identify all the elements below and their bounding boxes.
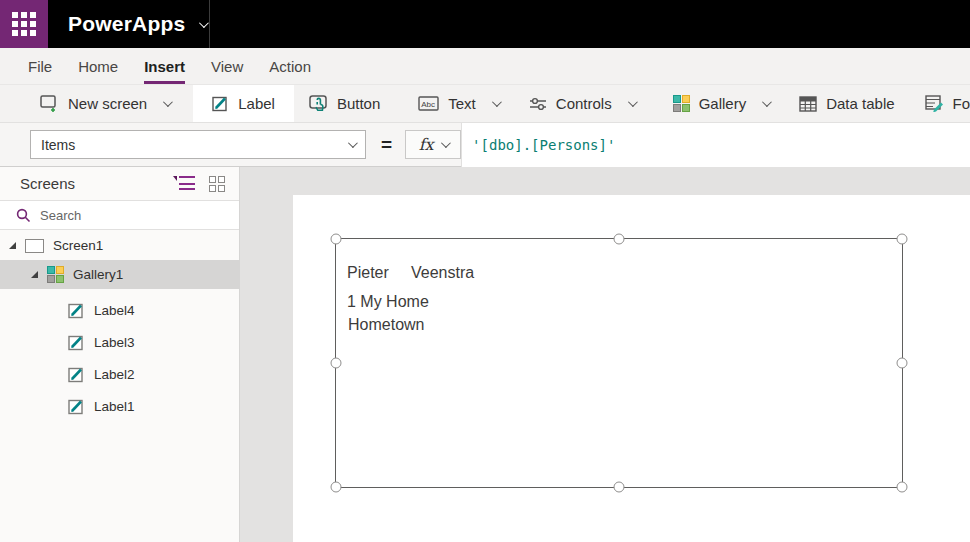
- gallery-label-last-name[interactable]: Veenstra: [411, 264, 474, 282]
- tree-item-label: Label2: [94, 367, 135, 382]
- label-icon: [68, 334, 85, 351]
- forms-icon: [925, 95, 944, 112]
- new-screen-label: New screen: [68, 95, 147, 112]
- resize-handle-top-left[interactable]: [331, 234, 342, 245]
- label-icon: [68, 302, 85, 319]
- tree-item-label1[interactable]: Label1: [0, 390, 239, 422]
- tree-item-screen1[interactable]: Screen1: [0, 231, 239, 260]
- waffle-icon: [12, 12, 36, 36]
- forms-dropdown-button[interactable]: Forms: [910, 85, 970, 122]
- topbar-divider: [209, 0, 210, 48]
- label-button[interactable]: Label: [193, 85, 294, 122]
- resize-handle-middle-right[interactable]: [897, 358, 908, 369]
- screens-tree: Screen1 Gallery1 Label4 Label3: [0, 231, 239, 422]
- property-selector-combo[interactable]: Items: [30, 130, 366, 159]
- text-dropdown-button[interactable]: Abc Text: [403, 85, 514, 122]
- label-icon: [68, 366, 85, 383]
- text-chevron-down-icon: [492, 97, 502, 107]
- menu-item-insert[interactable]: Insert: [144, 48, 185, 84]
- button-button[interactable]: Button: [294, 85, 395, 122]
- resize-handle-top-middle[interactable]: [614, 234, 625, 245]
- gallery-dropdown-label: Gallery: [699, 95, 747, 112]
- workspace: Screens Screen1 Gallery: [0, 167, 970, 542]
- data-table-label: Data table: [826, 95, 894, 112]
- screens-panel-title: Screens: [20, 175, 75, 192]
- tree-item-label4[interactable]: Label4: [0, 294, 239, 326]
- label-button-label: Label: [238, 95, 275, 112]
- expander-collapse-icon[interactable]: [9, 242, 16, 249]
- gallery-label-city[interactable]: Hometown: [348, 316, 424, 334]
- search-box[interactable]: [0, 200, 239, 230]
- property-combo-chevron-down-icon: [348, 138, 358, 148]
- tree-item-label: Screen1: [53, 238, 103, 253]
- new-screen-button[interactable]: New screen: [25, 85, 185, 122]
- tree-item-label: Gallery1: [73, 267, 123, 282]
- controls-dropdown-button[interactable]: Controls: [514, 85, 650, 122]
- gallery1-selection[interactable]: Pieter Veenstra 1 My Home Hometown: [335, 238, 903, 488]
- controls-icon: [529, 96, 547, 112]
- resize-handle-bottom-left[interactable]: [331, 482, 342, 493]
- tree-item-label3[interactable]: Label3: [0, 326, 239, 358]
- controls-dropdown-label: Controls: [556, 95, 612, 112]
- menu-item-view[interactable]: View: [211, 48, 243, 84]
- search-input[interactable]: [40, 208, 210, 223]
- text-dropdown-label: Text: [448, 95, 476, 112]
- data-table-button[interactable]: Data table: [784, 85, 909, 122]
- resize-handle-middle-left[interactable]: [331, 358, 342, 369]
- insert-ribbon-toolbar: New screen Label Button Abc Text Control…: [0, 85, 970, 123]
- label-icon: [212, 95, 229, 112]
- search-icon: [16, 208, 31, 223]
- abc-text-icon: Abc: [418, 96, 439, 111]
- gallery-icon: [673, 95, 690, 112]
- tree-item-label: Label4: [94, 303, 135, 318]
- tree-item-label: Label3: [94, 335, 135, 350]
- resize-handle-bottom-right[interactable]: [897, 482, 908, 493]
- button-button-label: Button: [337, 95, 380, 112]
- button-icon: [309, 95, 328, 112]
- controls-chevron-down-icon: [628, 97, 638, 107]
- resize-handle-top-right[interactable]: [897, 234, 908, 245]
- waffle-menu-button[interactable]: [0, 0, 48, 48]
- tree-view-icon[interactable]: [175, 176, 195, 192]
- powerapps-studio-window: PowerApps File Home Insert View Action N…: [0, 0, 970, 542]
- new-screen-icon: [40, 95, 59, 112]
- menu-bar: File Home Insert View Action: [0, 48, 970, 85]
- gallery-label-address[interactable]: 1 My Home: [347, 293, 429, 311]
- screen-icon: [25, 239, 44, 253]
- new-screen-chevron-down-icon: [163, 97, 173, 107]
- fx-dropdown-button[interactable]: fx: [405, 130, 461, 159]
- screens-panel-header: Screens: [0, 167, 239, 200]
- top-app-bar: PowerApps: [0, 0, 970, 48]
- menu-item-file[interactable]: File: [28, 48, 52, 84]
- tree-item-label: Label1: [94, 399, 135, 414]
- resize-handle-bottom-middle[interactable]: [614, 482, 625, 493]
- gallery-icon: [47, 266, 64, 283]
- fx-chevron-down-icon: [441, 138, 451, 148]
- menu-item-home[interactable]: Home: [78, 48, 118, 84]
- formula-input[interactable]: '[dbo].[Persons]': [461, 123, 970, 167]
- app-title-chevron-down-icon[interactable]: [199, 18, 209, 28]
- svg-text:Abc: Abc: [421, 100, 435, 109]
- app-canvas[interactable]: Pieter Veenstra 1 My Home Hometown: [293, 195, 970, 542]
- tree-item-gallery1[interactable]: Gallery1: [0, 260, 239, 289]
- fx-label: fx: [419, 135, 434, 154]
- gallery-dropdown-button[interactable]: Gallery: [658, 85, 785, 122]
- app-title: PowerApps: [68, 12, 185, 36]
- equals-sign: =: [381, 134, 392, 156]
- formula-bar: Items = fx '[dbo].[Persons]': [0, 123, 970, 167]
- gallery-label-first-name[interactable]: Pieter: [347, 264, 389, 282]
- screens-panel: Screens Screen1 Gallery: [0, 167, 240, 542]
- menu-item-action[interactable]: Action: [269, 48, 311, 84]
- label-icon: [68, 398, 85, 415]
- data-table-icon: [799, 96, 817, 112]
- expander-collapse-icon[interactable]: [31, 271, 38, 278]
- property-selected-value: Items: [41, 137, 75, 153]
- tree-item-label2[interactable]: Label2: [0, 358, 239, 390]
- thumbnail-view-icon[interactable]: [209, 176, 225, 192]
- gallery-chevron-down-icon: [762, 97, 772, 107]
- forms-dropdown-label: Forms: [953, 95, 970, 112]
